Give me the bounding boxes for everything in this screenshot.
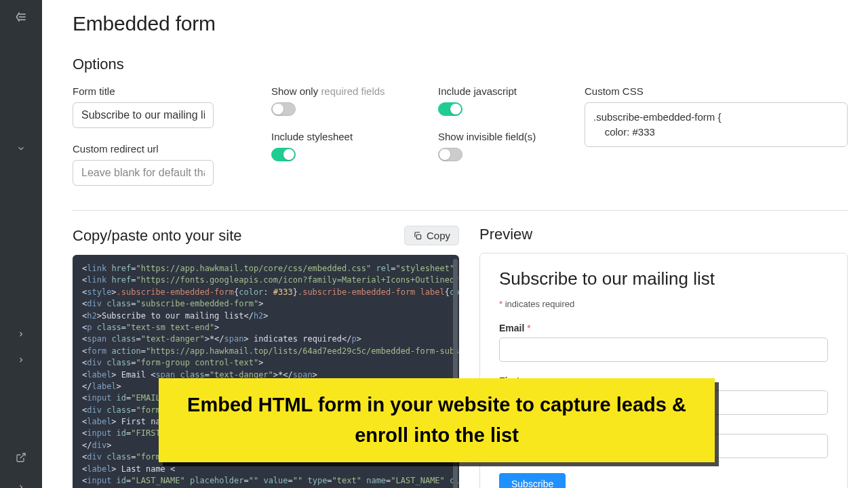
copy-button[interactable]: Copy: [404, 226, 459, 245]
show-invisible-toggle[interactable]: [438, 148, 462, 161]
copy-icon: [413, 231, 422, 241]
menu-toggle-icon[interactable]: [8, 4, 34, 30]
options-heading: Options: [73, 56, 848, 73]
preview-email-input[interactable]: [499, 338, 828, 362]
form-title-input[interactable]: [73, 102, 214, 128]
preview-subscribe-button[interactable]: Subscribe: [499, 473, 566, 488]
custom-css-input[interactable]: .subscribe-embedded-form { color: #333: [585, 102, 848, 147]
form-title-label: Form title: [73, 85, 254, 97]
promo-banner: Embed HTML form in your website to captu…: [159, 378, 715, 462]
sidebar-expand-icon-2[interactable]: [8, 347, 34, 373]
redirect-url-input[interactable]: [73, 160, 214, 186]
page-title: Embedded form: [73, 12, 848, 35]
show-only-toggle[interactable]: [271, 102, 296, 116]
options-row: Form title Custom redirect url Show only…: [73, 85, 848, 186]
include-stylesheet-toggle[interactable]: [271, 148, 296, 161]
preview-form-title: Subscribe to our mailing list: [499, 268, 828, 289]
sidebar: [0, 0, 42, 488]
sidebar-chevron-icon[interactable]: [8, 136, 34, 161]
show-invisible-label: Show invisible field(s): [438, 131, 567, 142]
copy-button-label: Copy: [427, 230, 450, 241]
preview-heading: Preview: [479, 226, 848, 243]
redirect-url-label: Custom redirect url: [73, 143, 254, 155]
show-only-label: Show only required fields: [271, 85, 420, 97]
open-external-icon[interactable]: [8, 445, 34, 470]
custom-css-label: Custom CSS: [585, 85, 848, 97]
code-heading: Copy/paste onto your site: [73, 227, 241, 245]
include-stylesheet-label: Include stylesheet: [271, 131, 420, 142]
include-js-toggle[interactable]: [438, 102, 462, 116]
include-js-label: Include javascript: [438, 85, 567, 97]
preview-email-label: Email *: [499, 323, 828, 333]
sidebar-expand-icon-1[interactable]: [8, 321, 34, 347]
preview-required-note: * indicates required: [499, 299, 828, 309]
sidebar-expand-icon-3[interactable]: [8, 474, 34, 488]
section-divider: [73, 210, 848, 211]
svg-rect-4: [416, 235, 420, 239]
svg-line-3: [20, 453, 25, 458]
